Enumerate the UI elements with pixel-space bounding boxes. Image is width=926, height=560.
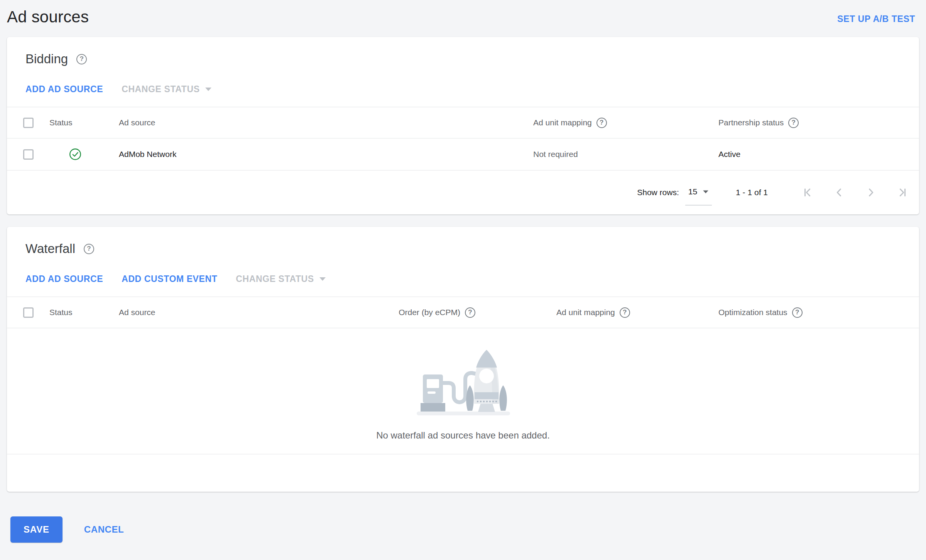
bidding-table-header-row: Status Ad source Ad unit mapping Partner… <box>7 107 919 138</box>
ad-unit-mapping-column-header: Ad unit mapping <box>475 307 718 318</box>
partnership-status-column-header: Partnership status <box>718 118 919 128</box>
change-status-label: CHANGE STATUS <box>122 84 199 94</box>
first-page-icon[interactable] <box>802 187 813 198</box>
rows-per-page-select[interactable]: 15 <box>685 179 712 206</box>
cancel-button[interactable]: CANCEL <box>84 524 124 535</box>
waterfall-card-header: Waterfall ADD AD SOURCE ADD CUSTOM EVENT… <box>7 227 919 297</box>
ad-sources-page: Ad sources SET UP A/B TEST Bidding ADD A… <box>0 0 926 560</box>
status-column-header: Status <box>46 308 119 317</box>
bidding-select-all-checkbox[interactable] <box>23 118 34 128</box>
optimization-status-help-icon[interactable] <box>792 307 803 318</box>
waterfall-change-status-button[interactable]: CHANGE STATUS <box>236 274 325 284</box>
ad-unit-mapping-help-icon[interactable] <box>620 307 630 318</box>
ad-unit-mapping-help-icon[interactable] <box>596 118 607 128</box>
empty-state-message: No waterfall ad sources have been added. <box>376 430 550 441</box>
bidding-section-title: Bidding <box>25 52 68 66</box>
status-column-header: Status <box>46 118 119 127</box>
bidding-change-status-button[interactable]: CHANGE STATUS <box>122 84 211 94</box>
rocket-fuel-pump-illustration <box>411 345 515 422</box>
change-status-label: CHANGE STATUS <box>236 274 314 284</box>
waterfall-help-icon[interactable] <box>84 244 94 254</box>
ad-unit-mapping-value: Not required <box>533 150 718 159</box>
waterfall-section-title: Waterfall <box>25 241 75 256</box>
bidding-card: Bidding ADD AD SOURCE CHANGE STATUS Stat… <box>7 37 919 214</box>
waterfall-select-all-checkbox[interactable] <box>23 307 34 318</box>
bidding-help-icon[interactable] <box>76 54 87 64</box>
order-column-header: Order (by eCPM) <box>398 307 475 318</box>
waterfall-add-ad-source-button[interactable]: ADD AD SOURCE <box>25 274 103 284</box>
add-custom-event-button[interactable]: ADD CUSTOM EVENT <box>122 274 217 284</box>
order-header-label: Order (by eCPM) <box>399 308 460 317</box>
pagination-controls <box>802 187 908 198</box>
previous-page-icon[interactable] <box>833 187 845 198</box>
chevron-down-icon <box>703 190 708 193</box>
waterfall-card-footer <box>7 454 919 492</box>
bidding-add-ad-source-button[interactable]: ADD AD SOURCE <box>25 84 103 94</box>
row-status-cell <box>46 148 119 161</box>
setup-ab-test-button[interactable]: SET UP A/B TEST <box>837 14 915 24</box>
chevron-down-icon <box>205 88 211 91</box>
table-row: AdMob Network Not required Active <box>7 138 919 170</box>
order-help-icon[interactable] <box>465 307 475 318</box>
ad-unit-mapping-column-header: Ad unit mapping <box>533 118 718 128</box>
partnership-status-help-icon[interactable] <box>788 118 799 128</box>
footer-actions: SAVE CANCEL <box>10 516 926 543</box>
save-button[interactable]: SAVE <box>10 516 63 543</box>
chevron-down-icon <box>319 277 326 281</box>
optimization-status-column-header: Optimization status <box>718 307 919 318</box>
partnership-status-header-label: Partnership status <box>718 118 784 127</box>
page-header: Ad sources SET UP A/B TEST <box>0 0 926 37</box>
row-checkbox[interactable] <box>23 149 34 160</box>
waterfall-empty-state: No waterfall ad sources have been added. <box>7 328 919 454</box>
status-enabled-check-icon <box>69 148 82 161</box>
next-page-icon[interactable] <box>865 187 877 198</box>
ad-source-column-header: Ad source <box>119 118 533 127</box>
waterfall-table-header-row: Status Ad source Order (by eCPM) Ad unit… <box>7 297 919 328</box>
ad-unit-mapping-header-label: Ad unit mapping <box>533 118 592 127</box>
rows-per-page-value: 15 <box>688 187 697 196</box>
pagination-bar: Show rows: 15 1 - 1 of 1 <box>7 170 919 214</box>
last-page-icon[interactable] <box>897 187 908 198</box>
ad-unit-mapping-header-label: Ad unit mapping <box>556 308 615 317</box>
waterfall-card: Waterfall ADD AD SOURCE ADD CUSTOM EVENT… <box>7 227 919 492</box>
pagination-range: 1 - 1 of 1 <box>736 188 768 197</box>
show-rows-label: Show rows: <box>637 188 679 197</box>
ad-source-name: AdMob Network <box>119 150 533 159</box>
partnership-status-value: Active <box>718 150 919 159</box>
bidding-card-header: Bidding ADD AD SOURCE CHANGE STATUS <box>7 37 919 107</box>
optimization-status-header-label: Optimization status <box>718 308 787 317</box>
page-title: Ad sources <box>7 8 89 26</box>
ad-source-column-header: Ad source <box>119 308 398 317</box>
